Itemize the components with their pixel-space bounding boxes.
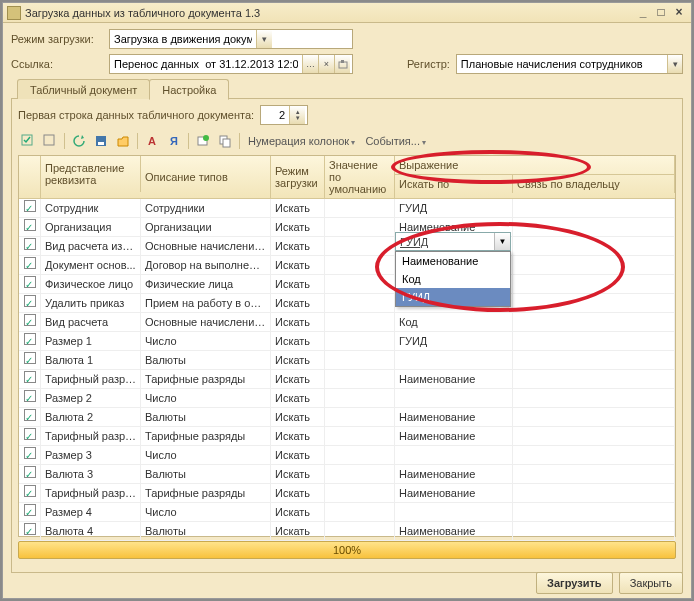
row-checkbox[interactable] (19, 522, 41, 541)
firstline-field[interactable]: ▲▼ (260, 105, 308, 125)
row-checkbox[interactable] (19, 408, 41, 427)
new-item-button[interactable] (193, 131, 213, 151)
cell-search: ГУИД (395, 199, 513, 218)
sort-desc-button[interactable]: Я (164, 131, 184, 151)
table-row[interactable]: Удалить приказПрием на работу в орг...Ис… (19, 294, 675, 313)
load-button[interactable]: Загрузить (536, 572, 613, 594)
open-button[interactable] (113, 131, 133, 151)
table-row[interactable]: Тарифный разря...Тарифные разрядыИскатьН… (19, 484, 675, 503)
link-ellipsis-button[interactable]: … (302, 55, 318, 73)
table-row[interactable]: Валюта 1ВалютыИскать (19, 351, 675, 370)
cell-mode: Искать (271, 522, 325, 541)
row-checkbox[interactable] (19, 237, 41, 256)
table-row[interactable]: Тарифный разря...Тарифные разрядыИскатьН… (19, 427, 675, 446)
register-dropdown-icon[interactable]: ▾ (667, 55, 682, 73)
search-dropdown-selected[interactable]: ГУИД ▼ (395, 232, 511, 251)
row-checkbox[interactable] (19, 332, 41, 351)
table-row[interactable]: Тарифный разря...Тарифные разрядыИскатьН… (19, 370, 675, 389)
row-checkbox[interactable] (19, 370, 41, 389)
footer: Загрузить Закрыть (536, 572, 683, 594)
cell-default (325, 408, 395, 427)
table-row[interactable]: ОрганизацияОрганизацииИскатьНаименование (19, 218, 675, 237)
cell-owner (513, 465, 675, 484)
firstline-input[interactable] (261, 106, 289, 124)
row-checkbox[interactable] (19, 389, 41, 408)
table-row[interactable]: Документ основ...Договор на выполнени...… (19, 256, 675, 275)
header-owner[interactable]: Связь по владельцу (513, 175, 675, 193)
header-types[interactable]: Описание типов (141, 156, 271, 198)
row-checkbox[interactable] (19, 446, 41, 465)
row-checkbox[interactable] (19, 199, 41, 218)
link-open-button[interactable] (334, 55, 350, 73)
dropdown-option-guid[interactable]: ГУИД (396, 288, 510, 306)
sort-asc-button[interactable]: A (142, 131, 162, 151)
grid-body[interactable]: СотрудникСотрудникиИскатьГУИДОрганизация… (19, 199, 675, 541)
table-row[interactable]: Размер 1ЧислоИскатьГУИД (19, 332, 675, 351)
row-checkbox[interactable] (19, 275, 41, 294)
save-button[interactable] (91, 131, 111, 151)
cell-types: Число (141, 446, 271, 465)
row-checkbox[interactable] (19, 294, 41, 313)
minimize-button[interactable]: _ (635, 6, 651, 20)
row-checkbox[interactable] (19, 427, 41, 446)
row-checkbox[interactable] (19, 465, 41, 484)
header-repr[interactable]: Представление реквизита (41, 156, 141, 192)
titlebar[interactable]: Загрузка данных из табличного документа … (3, 3, 691, 23)
cell-owner (513, 275, 675, 294)
mode-input[interactable] (110, 30, 256, 48)
header-expr[interactable]: Выражение (395, 156, 675, 175)
table-row[interactable]: Валюта 2ВалютыИскатьНаименование (19, 408, 675, 427)
table-row[interactable]: Вид расчетаОсновные начисления ...Искать… (19, 313, 675, 332)
table-row[interactable]: СотрудникСотрудникиИскатьГУИД (19, 199, 675, 218)
chevron-down-icon[interactable]: ▼ (494, 233, 510, 250)
cell-default (325, 256, 395, 275)
firstline-spinner[interactable]: ▲▼ (289, 106, 305, 124)
table-row[interactable]: Размер 4ЧислоИскать (19, 503, 675, 522)
cell-owner (513, 484, 675, 503)
close-window-button[interactable]: × (671, 6, 687, 20)
link-clear-button[interactable]: × (318, 55, 334, 73)
tab-settings[interactable]: Настройка (149, 79, 229, 100)
header-default[interactable]: Значение по умолчанию (325, 156, 395, 198)
main-window: Загрузка данных из табличного документа … (2, 2, 692, 599)
table-row[interactable]: Размер 3ЧислоИскать (19, 446, 675, 465)
search-dropdown[interactable]: ГУИД ▼ Наименование Код ГУИД (395, 232, 511, 307)
check-all-button[interactable] (18, 131, 38, 151)
row-checkbox[interactable] (19, 484, 41, 503)
close-button[interactable]: Закрыть (619, 572, 683, 594)
table-row[interactable]: Вид расчета изм...Основные начисления ..… (19, 237, 675, 256)
cell-default (325, 294, 395, 313)
maximize-button[interactable]: □ (653, 6, 669, 20)
table-row[interactable]: Валюта 3ВалютыИскатьНаименование (19, 465, 675, 484)
uncheck-all-button[interactable] (40, 131, 60, 151)
row-checkbox[interactable] (19, 351, 41, 370)
table-row[interactable]: Размер 2ЧислоИскать (19, 389, 675, 408)
refresh-button[interactable] (69, 131, 89, 151)
link-combo[interactable]: … × (109, 54, 353, 74)
dropdown-option-name[interactable]: Наименование (396, 252, 510, 270)
row-checkbox[interactable] (19, 256, 41, 275)
header-search[interactable]: Искать по (395, 175, 513, 193)
cell-types: Тарифные разряды (141, 427, 271, 446)
svg-rect-5 (98, 142, 104, 145)
table-row[interactable]: Валюта 4ВалютыИскатьНаименование (19, 522, 675, 541)
events-menu[interactable]: События... (361, 135, 430, 147)
table-row[interactable]: Физическое лицоФизические лицаИскатьГУИД (19, 275, 675, 294)
cell-owner (513, 522, 675, 541)
row-checkbox[interactable] (19, 218, 41, 237)
link-input[interactable] (110, 55, 302, 73)
register-combo[interactable]: ▾ (456, 54, 683, 74)
mode-combo[interactable]: ▾ (109, 29, 353, 49)
cell-repr: Размер 1 (41, 332, 141, 351)
copy-button[interactable] (215, 131, 235, 151)
cell-owner (513, 389, 675, 408)
dropdown-option-code[interactable]: Код (396, 270, 510, 288)
numbering-menu[interactable]: Нумерация колонок (244, 135, 359, 147)
row-checkbox[interactable] (19, 313, 41, 332)
header-mode[interactable]: Режим загрузки (271, 156, 325, 198)
header-check[interactable] (19, 156, 41, 198)
register-input[interactable] (457, 55, 667, 73)
mode-dropdown-icon[interactable]: ▾ (256, 30, 272, 48)
tab-document[interactable]: Табличный документ (17, 79, 150, 99)
row-checkbox[interactable] (19, 503, 41, 522)
